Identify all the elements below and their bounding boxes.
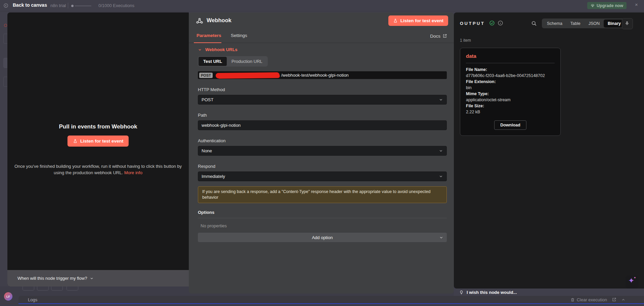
chevron-up-icon[interactable]	[621, 298, 626, 302]
mime-type-value: application/octet-stream	[466, 97, 555, 103]
lightbulb-icon	[459, 290, 464, 295]
node-details-modal: Webhook Listen for test event Parameters…	[189, 12, 454, 294]
tab-schema[interactable]: Schema	[543, 20, 566, 28]
select-value: Immediately	[202, 174, 225, 179]
docs-link[interactable]: Docs	[430, 34, 440, 39]
modal-tabs: Parameters Settings Docs	[189, 29, 454, 43]
binary-data-card: data File Name: d77b606c-f203-4aa6-b2be-…	[460, 48, 561, 136]
tab-settings[interactable]: Settings	[231, 33, 247, 38]
canvas-node-connector	[4, 24, 7, 27]
upgrade-now-label: Upgrade now	[597, 3, 623, 8]
file-size-label: File Size:	[466, 103, 555, 109]
options-empty-text: No properties	[198, 223, 447, 228]
redacted-url-host	[216, 72, 280, 78]
modal-header: Webhook Listen for test event	[189, 12, 454, 29]
field-label: Authentication	[198, 138, 447, 143]
top-bar: Back to canvas n8n trial 0/1000 Executio…	[0, 0, 644, 11]
n8n-app: Back to canvas n8n trial 0/1000 Executio…	[0, 0, 644, 306]
input-value: webhook-glpi-notion	[202, 123, 241, 128]
more-info-link[interactable]: More info	[124, 170, 142, 175]
test-url-tab[interactable]: Test URL	[199, 57, 227, 66]
listen-button-label: Listen for test event	[400, 18, 443, 23]
output-panel-title: OUTPUT	[460, 21, 485, 26]
chevron-down-icon	[198, 48, 202, 52]
production-url-help-text: Once you've finished building your workf…	[14, 163, 182, 176]
trash-icon	[570, 298, 575, 302]
field-label: Path	[198, 113, 447, 118]
external-link-icon	[442, 34, 447, 38]
chevron-down-icon	[439, 174, 443, 179]
node-title: Webhook	[207, 17, 231, 24]
download-button-wrap: Download	[466, 120, 555, 130]
chevron-down-icon	[439, 149, 443, 153]
back-circle-icon[interactable]	[3, 3, 8, 8]
popout-icon[interactable]	[612, 297, 616, 302]
chevron-down-icon	[90, 276, 94, 280]
logs-bar: Logs Clear execution	[18, 296, 644, 304]
webhook-icon	[196, 17, 203, 25]
wish-label: I wish this node would...	[467, 290, 517, 295]
output-view-tabs: Schema Table JSON Binary	[542, 18, 626, 28]
listen-button-label: Listen for test event	[80, 139, 123, 144]
url-type-segmented-control: Test URL Production URL	[198, 56, 268, 67]
items-count-label: 1 item	[460, 38, 471, 43]
ai-assistant-button[interactable]: ✦ ✦	[626, 276, 638, 289]
back-to-canvas-button[interactable]: Back to canvas	[13, 2, 47, 8]
topbar-divider	[68, 3, 68, 8]
mime-type-label: Mime Type:	[466, 91, 555, 97]
wish-suggestion-bar[interactable]: I wish this node would...	[454, 289, 644, 296]
add-option-button[interactable]: Add option	[198, 233, 447, 242]
input-panel: Pull in events from Webhook Listen for t…	[7, 12, 189, 286]
listen-for-test-event-button[interactable]: Listen for test event	[388, 15, 448, 26]
http-method-select[interactable]: POST	[198, 95, 447, 105]
webhook-url-copy-field[interactable]: POST /webhook-test/webhook-glpi-notion	[198, 71, 447, 79]
tab-parameters[interactable]: Parameters	[197, 33, 221, 38]
upgrade-now-button[interactable]: Upgrade now	[587, 2, 627, 9]
flask-icon	[393, 18, 398, 23]
chevron-down-icon	[439, 98, 443, 102]
file-size-value: 2.22 kB	[466, 109, 555, 115]
field-respond: Respond Immediately	[198, 164, 447, 181]
executions-count-label: 0/1000 Executions	[98, 3, 134, 8]
trial-banner-text: n8n trial	[50, 3, 66, 8]
add-option-label: Add option	[312, 235, 333, 240]
file-extension-label: File Extension:	[466, 79, 555, 85]
tab-table[interactable]: Table	[566, 20, 585, 28]
success-check-icon	[489, 20, 495, 26]
user-avatar[interactable]: LF	[4, 292, 12, 301]
listen-for-test-event-button[interactable]: Listen for test event	[68, 136, 129, 147]
logs-toggle[interactable]: Logs	[28, 297, 37, 302]
production-url-tab[interactable]: Production URL	[227, 57, 267, 66]
path-input[interactable]: webhook-glpi-notion	[198, 120, 447, 130]
options-section-label: Options	[198, 210, 447, 218]
field-label: Respond	[198, 164, 447, 169]
field-label: HTTP Method	[198, 87, 447, 92]
help-text: Once you've finished building your workf…	[14, 164, 182, 175]
tab-json[interactable]: JSON	[585, 20, 604, 28]
search-icon[interactable]	[531, 21, 537, 26]
flask-icon	[73, 139, 78, 144]
download-button[interactable]: Download	[494, 120, 526, 130]
webhook-urls-collapse[interactable]: Webhook URLs	[198, 47, 447, 52]
select-value: POST	[202, 97, 213, 102]
executions-progress-track	[75, 5, 91, 6]
binary-key-label: data	[466, 53, 555, 59]
chevron-down-icon	[439, 235, 443, 240]
clear-execution-button[interactable]: Clear execution	[570, 297, 607, 302]
respond-select[interactable]: Immediately	[198, 171, 447, 181]
trigger-question-bar[interactable]: When will this node trigger my flow?	[7, 270, 189, 286]
authentication-select[interactable]: None	[198, 146, 447, 156]
card-divider	[466, 63, 555, 63]
logs-actions: Clear execution	[570, 297, 626, 302]
http-method-badge: POST	[199, 73, 213, 78]
parameters-pane: Webhook URLs Test URL Production URL POS…	[189, 43, 454, 294]
pin-data-button[interactable]	[622, 18, 633, 29]
executions-progress-dot	[71, 5, 74, 7]
info-icon	[498, 20, 503, 26]
select-value: None	[202, 148, 212, 153]
field-authentication: Authentication None	[198, 138, 447, 156]
output-panel: OUTPUT Schema Table JSON Binary 1 item d…	[454, 12, 644, 289]
webhook-urls-label: Webhook URLs	[205, 47, 238, 52]
close-icon[interactable]: ×	[635, 2, 638, 7]
gem-icon	[591, 4, 595, 8]
